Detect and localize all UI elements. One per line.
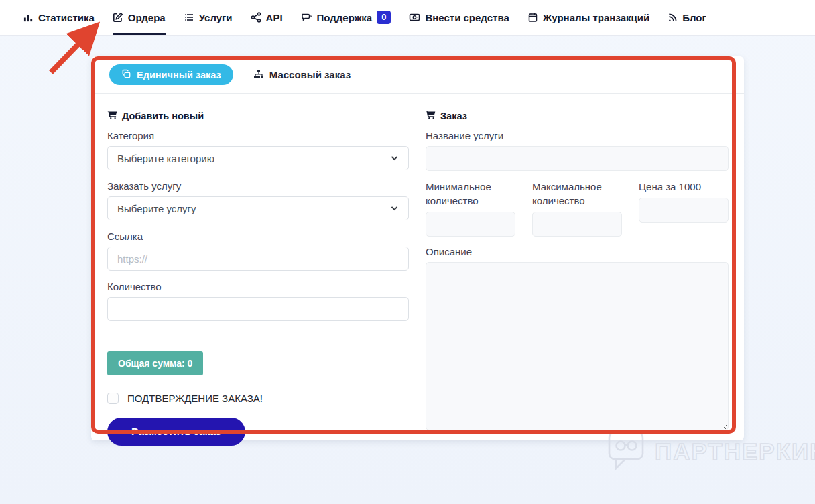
edit-icon (113, 12, 123, 23)
max-quantity-input[interactable] (532, 212, 622, 237)
description-textarea[interactable] (426, 262, 729, 430)
chevron-down-icon (390, 203, 399, 214)
link-input[interactable] (107, 247, 409, 271)
service-name-input[interactable] (426, 146, 729, 171)
total-sum-badge: Общая сумма: 0 (107, 351, 203, 375)
calendar-icon (527, 12, 538, 23)
rss-icon (668, 13, 678, 23)
confirm-order-row: ПОДТВЕРЖДЕНИЕ ЗАКАЗА! (107, 393, 409, 404)
bar-chart-icon (23, 13, 34, 23)
service-select-value: Выберите услугу (117, 203, 196, 214)
max-quantity-field: Максимальное количество (532, 180, 622, 237)
add-new-header: Добавить новый (107, 110, 409, 121)
cart-icon (426, 110, 436, 121)
tab-bulk-order-label: Массовый заказ (269, 69, 351, 80)
max-quantity-label: Максимальное количество (532, 180, 622, 208)
order-card: Единичный заказ Массовый заказ Добавить … (91, 56, 744, 440)
support-count-badge: 0 (377, 11, 391, 24)
nav-item-label: Поддержка (317, 12, 373, 23)
quantity-input[interactable] (107, 297, 409, 321)
add-new-order-panel: Добавить новый Категория Выберите катего… (107, 110, 409, 446)
banknote-icon (409, 12, 420, 23)
chat-icon (301, 12, 312, 23)
nav-item-orders[interactable]: Ордера (113, 0, 166, 35)
nav-item-label: Внести средства (425, 12, 509, 23)
tab-bulk-order[interactable]: Массовый заказ (253, 69, 351, 81)
order-title: Заказ (440, 111, 467, 121)
tab-single-order-label: Единичный заказ (137, 70, 221, 80)
service-label: Заказать услугу (107, 179, 409, 193)
description-label: Описание (426, 245, 729, 259)
top-navigation: Статистика Ордера Услуги API Поддержка 0… (0, 0, 815, 36)
min-max-price-row: Минимальное количество Максимальное коли… (426, 180, 729, 237)
nav-item-label: Журналы транзакций (543, 12, 649, 23)
cart-icon (107, 110, 117, 121)
nav-item-services[interactable]: Услуги (184, 0, 233, 35)
price-per-1000-field: Цена за 1000 (639, 180, 729, 223)
min-quantity-input[interactable] (426, 212, 515, 237)
tab-single-order[interactable]: Единичный заказ (109, 64, 233, 85)
place-order-button[interactable]: Разместить заказ (107, 418, 245, 446)
nav-item-api[interactable]: API (251, 0, 283, 35)
nav-item-transaction-logs[interactable]: Журналы транзакций (527, 0, 649, 35)
quantity-label: Количество (107, 279, 409, 294)
price-per-1000-label: Цена за 1000 (639, 180, 729, 194)
nav-item-add-funds[interactable]: Внести средства (409, 0, 509, 35)
min-quantity-field: Минимальное количество (426, 180, 515, 237)
confirm-order-checkbox[interactable] (107, 393, 119, 404)
order-details-panel: Заказ Название услуги Минимальное количе… (426, 110, 729, 446)
link-label: Ссылка (107, 229, 409, 243)
min-quantity-label: Минимальное количество (426, 180, 515, 208)
category-select-value: Выберите категорию (117, 153, 214, 164)
nav-item-label: Статистика (38, 12, 95, 23)
nav-item-statistics[interactable]: Статистика (23, 0, 95, 35)
sitemap-icon (253, 69, 264, 81)
category-select[interactable]: Выберите категорию (107, 146, 409, 170)
chevron-down-icon (390, 153, 399, 164)
order-header: Заказ (426, 110, 729, 121)
nav-item-label: Услуги (199, 12, 233, 23)
service-select[interactable]: Выберите услугу (107, 196, 409, 220)
list-icon (184, 12, 194, 23)
nav-item-label: API (266, 12, 283, 23)
service-name-label: Название услуги (426, 129, 729, 143)
order-tabbar: Единичный заказ Массовый заказ (91, 56, 744, 94)
share-nodes-icon (251, 12, 261, 23)
nav-item-label: Ордера (128, 12, 166, 23)
copy-icon (121, 69, 131, 81)
price-per-1000-input[interactable] (639, 198, 729, 223)
nav-item-support[interactable]: Поддержка 0 (301, 0, 391, 35)
nav-item-label: Блог (682, 12, 706, 23)
add-new-title: Добавить новый (122, 111, 204, 121)
confirm-order-label: ПОДТВЕРЖДЕНИЕ ЗАКАЗА! (127, 393, 263, 404)
category-label: Категория (107, 129, 409, 143)
nav-item-blog[interactable]: Блог (668, 0, 706, 35)
